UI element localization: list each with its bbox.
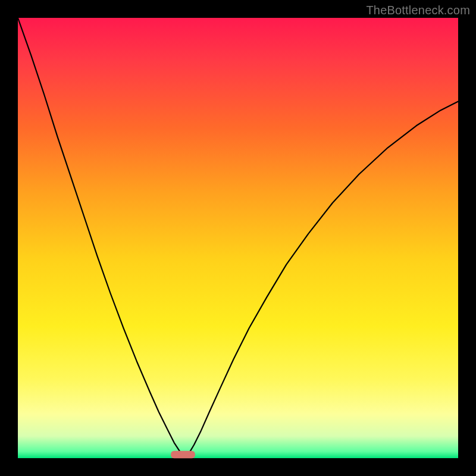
watermark-text: TheBottleneck.com — [366, 4, 470, 17]
outer-frame: TheBottleneck.com — [0, 0, 476, 476]
chart-canvas — [0, 0, 476, 476]
